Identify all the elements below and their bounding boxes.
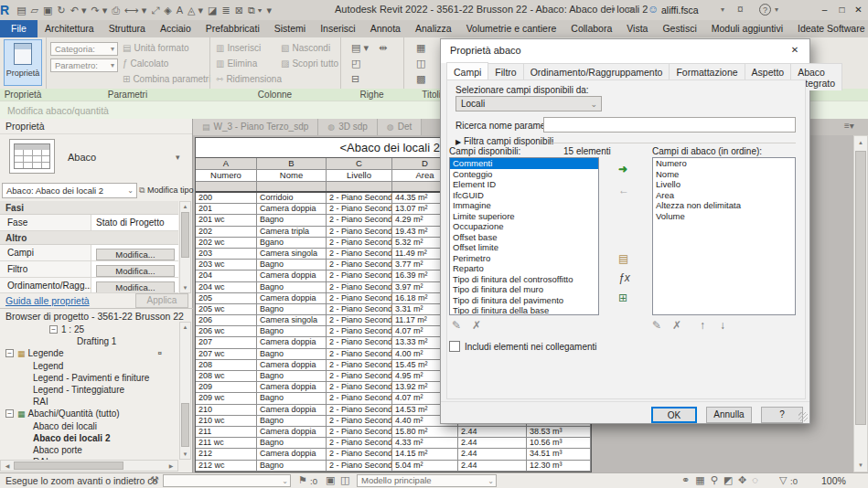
cancel-button[interactable]: Annulla	[706, 407, 752, 423]
delete-parameter-icon[interactable]: ✗	[472, 319, 481, 332]
hide-column-button[interactable]: ▧Nascondi	[281, 43, 330, 53]
table-row[interactable]: 211Camera doppia2 - Piano Secondo15.80 m…	[196, 427, 591, 438]
schedule-cell[interactable]: 2 - Piano Secondo	[327, 337, 392, 347]
schedule-cell[interactable]: 38.53 m³	[527, 427, 591, 437]
view-tab-det[interactable]: ◍Det	[378, 119, 422, 135]
schedule-cell[interactable]: Bagno	[257, 215, 327, 225]
dialog-help-button[interactable]: ?	[761, 407, 803, 423]
ribbon-tab-sistemi[interactable]: Sistemi	[267, 20, 313, 37]
open-icon[interactable]: ▱	[31, 5, 38, 16]
edit-scheduled-field-icon[interactable]: ✎	[652, 319, 661, 332]
schedule-cell[interactable]: 2 - Piano Secondo	[327, 326, 392, 336]
new-parameter-icon[interactable]: ▤	[618, 252, 628, 265]
remove-field-icon[interactable]: ←	[618, 184, 629, 196]
schedule-cell[interactable]: 2 - Piano Secondo	[327, 227, 392, 237]
resize-row-icon[interactable]: ⇹	[379, 43, 387, 53]
search-icon[interactable]: ∞	[627, 4, 636, 15]
schedule-cell[interactable]: 206 wc	[196, 326, 257, 336]
tree-item[interactable]: Abaco dei locali	[20, 420, 97, 432]
schedule-cell[interactable]: Bagno	[257, 438, 327, 448]
scroll-down-icon[interactable]: ▼	[854, 459, 867, 472]
schedule-cell[interactable]: Corridoio	[257, 193, 327, 203]
aligned-dimension-icon[interactable]: ⤢	[151, 5, 159, 16]
undo-icon[interactable]: ↶ ▾	[70, 5, 87, 16]
schedule-cell[interactable]: 203	[196, 249, 257, 259]
active-workset-combo[interactable]: ⌄	[163, 474, 291, 487]
scheduled-field-item[interactable]: Area	[653, 190, 795, 201]
ribbon-tab-vista[interactable]: Vista	[619, 20, 655, 37]
table-row[interactable]: 212 wcBagno2 - Piano Secondo5.04 m²2.441…	[196, 461, 591, 472]
move-down-icon[interactable]: ↓	[720, 319, 725, 332]
available-field-item[interactable]: Occupazione	[450, 221, 598, 232]
schedule-cell[interactable]: 2 - Piano Secondo	[327, 260, 392, 270]
schedule-cell[interactable]: 211	[196, 427, 257, 437]
move-up-icon[interactable]: ↑	[700, 319, 705, 332]
schedule-cell[interactable]: Camera singola	[257, 249, 327, 259]
file-views-icon[interactable]: ▤	[16, 5, 26, 16]
available-field-item[interactable]: Perimetro	[450, 253, 598, 264]
tree-item[interactable]: −▦Abachi/Quantità (tutto)	[5, 408, 120, 419]
measure-icon[interactable]: ⟷ ▾	[124, 5, 146, 16]
select-underlay-icon[interactable]: ▦	[695, 475, 704, 485]
schedule-cell[interactable]: 2 - Piano Secondo	[327, 193, 392, 203]
close-button[interactable]: ✕	[850, 0, 867, 20]
param-row-fase[interactable]: Fase Stato di Progetto	[0, 215, 178, 231]
schedule-cell[interactable]: 2.44	[458, 461, 527, 471]
category-dropdown[interactable]: Categoria:▾	[50, 42, 118, 56]
schedule-cell[interactable]: Bagno	[257, 371, 327, 381]
ribbon-tab-acciaio[interactable]: Acciaio	[153, 20, 198, 37]
user-icon[interactable]: ☺	[648, 3, 659, 16]
tree-item[interactable]: Abaco dei locali 2	[20, 432, 110, 444]
schedule-cell[interactable]: 202 wc	[196, 238, 257, 248]
clear-cell-icon[interactable]: ▩	[416, 74, 425, 84]
schedule-cell[interactable]: Camera tripla	[257, 227, 327, 237]
schedule-cell[interactable]: 201	[196, 204, 257, 214]
delete-column-button[interactable]: ▥Elimina	[216, 58, 257, 69]
select-by-face-icon[interactable]: ◩	[723, 475, 733, 485]
available-field-item[interactable]: IfcGUID	[450, 190, 598, 201]
param-row-filtro[interactable]: Filtro Modifica...	[0, 261, 178, 278]
table-row[interactable]: 211 wcBagno2 - Piano Secondo4.33 m²2.441…	[196, 438, 591, 449]
ribbon-tab-analizza[interactable]: Analizza	[408, 20, 459, 37]
section-icon[interactable]: ◪	[208, 5, 217, 16]
scheduled-field-item[interactable]: Volume	[653, 211, 795, 222]
scheduled-field-item[interactable]: Nome	[653, 169, 795, 180]
select-pinned-icon[interactable]: ⚲	[711, 475, 718, 485]
tree-item[interactable]: −▦Legende	[5, 347, 63, 359]
schedule-cell[interactable]: 14.15 m²	[392, 449, 458, 459]
available-fields-list[interactable]: CommentiConteggioElement IDIfcGUIDImmagi…	[449, 157, 599, 315]
type-selector-caret-icon[interactable]: ▾	[176, 154, 180, 162]
ribbon-tab-moduli-aggiuntivi[interactable]: Moduli aggiuntivi	[704, 20, 790, 37]
schedule-cell[interactable]: 209	[196, 382, 257, 392]
schedule-cell[interactable]: 2 - Piano Secondo	[327, 304, 392, 314]
schedule-cell[interactable]: 205	[196, 293, 257, 303]
properties-palette-header[interactable]: Proprietà	[0, 119, 192, 134]
schedule-cell[interactable]: C	[327, 158, 392, 169]
zoom-level[interactable]: 100%	[821, 475, 846, 486]
param-row-campi[interactable]: Campi Modifica...	[0, 245, 178, 261]
available-field-item[interactable]: Conteggio	[450, 169, 598, 180]
available-field-item[interactable]: Tipo di finitura del controsoffitto	[450, 274, 598, 285]
available-field-item[interactable]: Reparto	[450, 263, 598, 274]
schedule-cell[interactable]: 12.30 m³	[527, 461, 591, 471]
filtro-modifica-button[interactable]: Modifica...	[96, 265, 175, 277]
schedule-cell[interactable]: 202	[196, 227, 257, 237]
tree-item[interactable]: RAI	[20, 396, 48, 408]
category-select[interactable]: Locali ⌄	[455, 96, 602, 111]
tree-expander-icon[interactable]: −	[5, 409, 14, 418]
group-altro[interactable]: Altro¤	[0, 231, 178, 245]
worksets-icon[interactable]: ⚒	[150, 475, 159, 485]
delete-scheduled-field-icon[interactable]: ✗	[672, 319, 681, 332]
user-caret-icon[interactable]: ▾	[721, 6, 724, 14]
schedule-cell[interactable]: 2.44	[458, 427, 527, 437]
calculated-button[interactable]: ƒCalcolato	[123, 58, 168, 69]
available-field-item[interactable]: Commenti	[450, 158, 598, 169]
ribbon-tab-volumetrie-e-cantiere[interactable]: Volumetrie e cantiere	[459, 20, 564, 37]
schedule-cell[interactable]: 5.04 m²	[392, 461, 458, 471]
design-options-combo[interactable]: Modello principale⌄	[357, 474, 497, 487]
tree-item-label[interactable]: Drafting 1	[77, 336, 116, 346]
insert-row-icon[interactable]: ◰	[351, 58, 360, 69]
schedule-cell[interactable]: 2 - Piano Secondo	[327, 461, 392, 471]
tree-item-label[interactable]: Abachi/Quantità (tutto)	[28, 408, 120, 419]
view-tabs-overflow-icon[interactable]: ≡▾	[844, 122, 854, 131]
